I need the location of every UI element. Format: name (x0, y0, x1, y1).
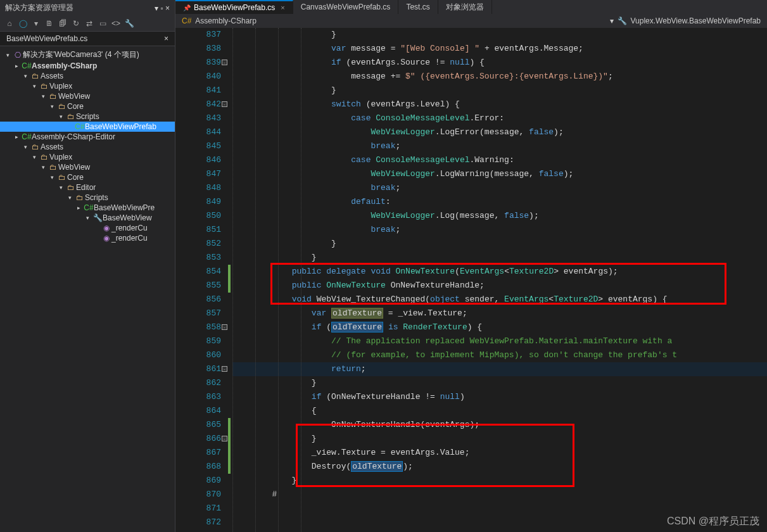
tree-node[interactable]: C#BaseWebViewPrefab (0, 122, 175, 132)
code-line[interactable]: return; (232, 362, 767, 376)
tree-node[interactable]: ▾🗀WebView (0, 91, 175, 101)
code-line[interactable]: var oldTexture = _view.Texture; (232, 307, 767, 320)
solution-node[interactable]: ▾ ⎔ 解决方案'WebCamera3' (4 个项目) (0, 49, 175, 61)
code-line[interactable]: case ConsoleMessageLevel.Error: (232, 111, 767, 125)
tree-node[interactable]: ▾🗀Assets (0, 142, 175, 152)
sync-icon[interactable]: ⇄ (84, 18, 95, 29)
chevron-down-icon[interactable]: ▾ (3, 52, 13, 58)
tree-node[interactable]: ▾🗀Core (0, 101, 175, 111)
tree-node[interactable]: ▾🗀Scripts (0, 193, 175, 203)
code-line[interactable]: } (232, 84, 767, 98)
code-line[interactable]: void WebView_TextureChanged(object sende… (232, 293, 767, 307)
tree-node[interactable]: ▾🗀Assets (0, 71, 175, 81)
breadcrumb-left[interactable]: C# Assembly-CSharp (182, 16, 257, 25)
forward-icon[interactable]: ▾ (30, 18, 42, 29)
home-icon[interactable]: ⌂ (4, 18, 15, 29)
code-line[interactable]: # (232, 488, 767, 502)
code-line[interactable]: break; (232, 181, 767, 195)
tree-node[interactable]: ▾🗀Scripts (0, 111, 175, 122)
code-line[interactable]: WebViewLogger.LogWarning(message, false)… (232, 167, 767, 181)
code-line[interactable]: if (eventArgs.Source != null) { (232, 56, 767, 70)
chevron-icon[interactable]: ▾ (20, 73, 30, 79)
code-line[interactable]: case ConsoleMessageLevel.Warning: (232, 153, 767, 167)
file-tab[interactable]: BaseWebViewPrefab.cs × (0, 32, 175, 46)
line-number: 864 (175, 404, 221, 418)
chevron-icon[interactable]: ▾ (38, 93, 48, 99)
tree-node[interactable]: ▾🗀Core (0, 172, 175, 182)
document-tab[interactable]: 📌BaseWebViewPrefab.cs× (175, 0, 293, 14)
code-line[interactable]: } (232, 251, 767, 265)
code-line[interactable]: break; (232, 223, 767, 237)
code-line[interactable]: break; (232, 139, 767, 153)
doc-icon[interactable]: 🗎 (44, 18, 55, 29)
close-icon[interactable]: × (164, 34, 168, 43)
fold-toggle-icon[interactable]: - (222, 324, 227, 330)
chevron-icon[interactable]: ▾ (47, 174, 57, 180)
chevron-icon[interactable]: ▾ (65, 194, 75, 201)
tree-node[interactable]: ◉_renderCu (0, 233, 175, 243)
tree-node[interactable]: ▾🔧BaseWebView (0, 213, 175, 223)
refresh-icon[interactable]: ↻ (70, 18, 82, 29)
code-line[interactable]: message += $" ({eventArgs.Source}:{event… (232, 70, 767, 84)
document-tab[interactable]: CanvasWebViewPrefab.cs (293, 0, 399, 14)
chevron-icon[interactable]: ▾ (20, 144, 30, 150)
tree-node[interactable]: ▾🗀Vuplex (0, 152, 175, 162)
folder-icon: 🗀 (30, 142, 41, 151)
code-area[interactable]: } var message = "[Web Console] " + event… (232, 28, 767, 532)
breadcrumb-right-text: Vuplex.WebView.BaseWebViewPrefab (631, 16, 761, 25)
chevron-icon[interactable]: ▾ (56, 113, 66, 120)
code-line[interactable]: } (232, 432, 767, 446)
code-icon[interactable]: <> (110, 18, 122, 29)
document-tab[interactable]: 对象浏览器 (438, 0, 492, 14)
code-editor[interactable]: 8378388398408418428438448458468478488498… (175, 28, 767, 532)
code-line[interactable]: public delegate void OnNewTexture(EventA… (232, 265, 767, 279)
document-tab[interactable]: Test.cs (398, 0, 438, 14)
fold-toggle-icon[interactable]: - (222, 101, 227, 107)
chevron-icon[interactable]: ▾ (29, 83, 39, 89)
code-line[interactable]: WebViewLogger.Log(message, false); (232, 209, 767, 223)
code-line[interactable]: // The application replaced WebViewPrefa… (232, 334, 767, 348)
code-line[interactable]: default: (232, 195, 767, 209)
code-line[interactable]: _view.Texture = eventArgs.Value; (232, 446, 767, 460)
tree-node[interactable]: ▾🗀Editor (0, 182, 175, 193)
code-line[interactable]: WebViewLogger.LogError(message, false); (232, 125, 767, 139)
chevron-icon[interactable]: ▾ (29, 154, 39, 160)
wrench-icon[interactable]: 🔧 (124, 18, 135, 29)
code-line[interactable]: public OnNewTexture OnNewTextureHandle; (232, 279, 767, 293)
code-line[interactable]: if (OnNewTextureHandle != null) (232, 390, 767, 404)
code-line[interactable]: if (oldTexture is RenderTexture) { (232, 320, 767, 334)
panel-title: 解决方案资源管理器 ▾ ▫ × (0, 0, 175, 16)
chevron-icon[interactable]: ▾ (38, 164, 48, 170)
fold-toggle-icon[interactable]: - (222, 60, 227, 65)
code-line[interactable]: } (232, 474, 767, 488)
back-icon[interactable]: ◯ (17, 18, 29, 29)
chevron-icon[interactable]: ▾ (47, 103, 57, 110)
tree-node[interactable]: ▸C#BaseWebViewPre (0, 203, 175, 213)
tree-node[interactable]: ◉_renderCu (0, 223, 175, 233)
code-line[interactable]: } (232, 28, 767, 42)
code-line[interactable]: } (232, 237, 767, 251)
fold-toggle-icon[interactable]: - (222, 366, 227, 372)
code-line[interactable]: switch (eventArgs.Level) { (232, 98, 767, 111)
chevron-icon[interactable]: ▸ (11, 134, 22, 140)
breadcrumb-right[interactable]: ▾ 🔧 Vuplex.WebView.BaseWebViewPrefab (610, 16, 761, 25)
chevron-icon[interactable]: ▾ (82, 215, 92, 221)
code-line[interactable]: OnNewTextureHandle(eventArgs); (232, 418, 767, 432)
tree-node[interactable]: ▾🗀WebView (0, 162, 175, 172)
save-all-icon[interactable]: 🗐 (57, 18, 68, 29)
code-line[interactable]: { (232, 404, 767, 418)
fold-toggle-icon[interactable]: - (222, 436, 227, 441)
tree-node[interactable]: ▸C#Assembly-CSharp (0, 61, 175, 71)
code-line[interactable]: Destroy(oldTexture); (232, 460, 767, 474)
code-line[interactable]: } (232, 376, 767, 390)
code-line[interactable]: var message = "[Web Console] " + eventAr… (232, 42, 767, 56)
tree-label: _renderCu (111, 234, 148, 243)
code-line[interactable]: // (for example, to implement MipMaps), … (232, 348, 767, 362)
tree-node[interactable]: ▾🗀Vuplex (0, 81, 175, 91)
chevron-icon[interactable]: ▾ (56, 184, 66, 191)
chevron-icon[interactable]: ▸ (11, 63, 22, 69)
chevron-icon[interactable]: ▸ (73, 205, 84, 211)
close-icon[interactable]: × (281, 4, 284, 11)
collapse-icon[interactable]: ▭ (97, 18, 108, 29)
tree-node[interactable]: ▸C#Assembly-CSharp-Editor (0, 132, 175, 142)
